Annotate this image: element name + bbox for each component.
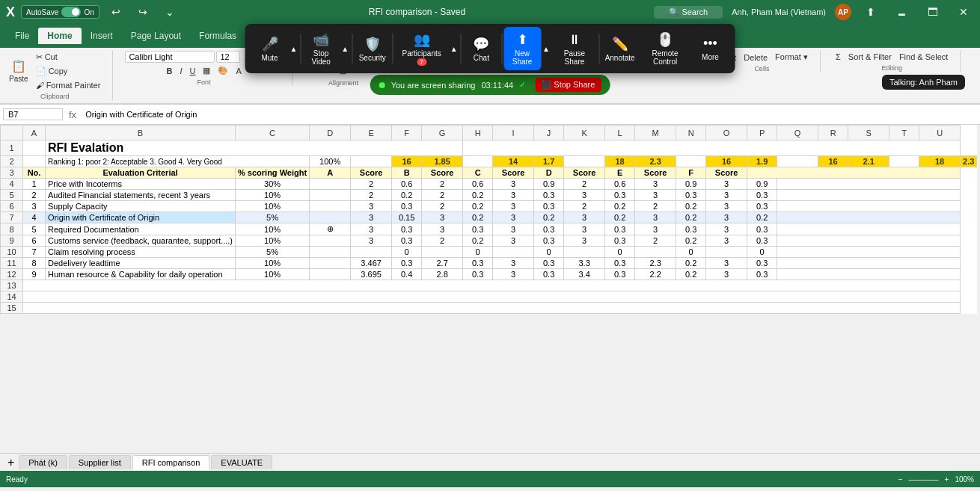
- video-arrow[interactable]: ▲: [340, 40, 350, 58]
- format-painter-button[interactable]: 🖌 Format Painter: [33, 79, 104, 91]
- sheet-tab-supplier[interactable]: Supplier list: [69, 455, 131, 469]
- sheet-tab-phat[interactable]: Phát (k): [19, 455, 67, 469]
- col-header-f[interactable]: F: [392, 126, 422, 140]
- col-header-k[interactable]: K: [564, 126, 605, 140]
- copy-button[interactable]: 📄 Copy: [33, 65, 104, 78]
- cell-reference-input[interactable]: [3, 108, 63, 120]
- col-header-n[interactable]: N: [676, 126, 706, 140]
- b-header: B: [392, 167, 422, 179]
- col-header-g[interactable]: G: [422, 126, 463, 140]
- a-total[interactable]: 16: [392, 156, 422, 167]
- f-score[interactable]: 2.3: [961, 156, 977, 167]
- participants-button[interactable]: 👥 Participants 7: [394, 27, 448, 70]
- paste-button[interactable]: 📋 Paste: [6, 58, 31, 84]
- f-total[interactable]: 18: [919, 156, 961, 167]
- col-header-t[interactable]: T: [889, 126, 919, 140]
- col-header-a[interactable]: A: [23, 126, 46, 140]
- d-score[interactable]: 1.9: [747, 156, 777, 167]
- new-share-button[interactable]: ⬆ New Share: [503, 27, 541, 70]
- new-share-arrow[interactable]: ▲: [541, 40, 551, 58]
- status-text: Ready: [6, 475, 28, 484]
- c-total[interactable]: 18: [605, 156, 635, 167]
- col-header-c[interactable]: C: [236, 126, 310, 140]
- close-button[interactable]: ✕: [953, 3, 974, 21]
- col-header-b[interactable]: B: [46, 126, 236, 140]
- find-select-button[interactable]: Find & Select: [896, 51, 951, 63]
- pause-share-button[interactable]: ⏸ Pause Share: [551, 28, 598, 70]
- cut-button[interactable]: ✂ Cut: [33, 51, 104, 64]
- col-header-l[interactable]: L: [605, 126, 635, 140]
- b-total[interactable]: 14: [493, 156, 534, 167]
- col-header-j[interactable]: J: [534, 126, 564, 140]
- tab-insert[interactable]: Insert: [82, 28, 122, 44]
- chat-button[interactable]: 💬 Chat: [462, 31, 500, 67]
- col-header-u[interactable]: U: [919, 126, 961, 140]
- maximize-button[interactable]: 🗖: [922, 3, 944, 21]
- bold-button[interactable]: B: [163, 65, 175, 77]
- autosum-button[interactable]: Σ: [833, 51, 844, 63]
- border-button[interactable]: ▦: [200, 64, 213, 77]
- ribbon-toggle[interactable]: ⬆: [860, 3, 881, 21]
- annotate-button[interactable]: ✏️ Annotate: [601, 31, 639, 67]
- col-header-q[interactable]: Q: [777, 126, 818, 140]
- italic-button[interactable]: I: [177, 65, 185, 77]
- e-score[interactable]: 2.1: [848, 156, 889, 167]
- status-zoom-in[interactable]: +: [945, 475, 949, 484]
- selected-cell[interactable]: Origin with Certificate of Origin: [46, 212, 236, 223]
- stop-video-button[interactable]: 📹 Stop Video: [302, 27, 340, 70]
- col-header-r[interactable]: R: [818, 126, 848, 140]
- add-sheet-button[interactable]: +: [3, 456, 19, 469]
- quick-access-more[interactable]: ⌄: [159, 3, 180, 21]
- ranking-pct[interactable]: 100%: [310, 156, 351, 167]
- col-header-d[interactable]: D: [310, 126, 351, 140]
- formula-input[interactable]: [82, 109, 977, 120]
- score-e-header: Score: [635, 167, 676, 179]
- b-score[interactable]: 1.7: [534, 156, 564, 167]
- divider-1: [300, 34, 301, 64]
- sheet-wrapper[interactable]: A B C D E F G H I J K L M N O: [0, 125, 980, 453]
- col-header-s[interactable]: S: [848, 126, 889, 140]
- col-header-m[interactable]: M: [635, 126, 676, 140]
- status-zoom-out[interactable]: −: [898, 475, 903, 484]
- tab-page-layout[interactable]: Page Layout: [122, 28, 190, 44]
- a-score[interactable]: 1.85: [422, 156, 463, 167]
- cell-a1[interactable]: [23, 140, 46, 156]
- stop-share-button[interactable]: ⬛ Stop Share: [535, 78, 601, 92]
- redo-button[interactable]: ↪: [132, 3, 153, 21]
- e-total[interactable]: 16: [818, 156, 848, 167]
- col-header-e[interactable]: E: [351, 126, 392, 140]
- font-color-button[interactable]: A: [233, 65, 244, 77]
- col-header-h[interactable]: H: [463, 126, 493, 140]
- c-header: C: [463, 167, 493, 179]
- underline-button[interactable]: U: [186, 65, 198, 77]
- fill-color-button[interactable]: 🎨: [215, 64, 231, 77]
- mute-arrow[interactable]: ▲: [289, 40, 299, 58]
- minimize-button[interactable]: 🗕: [890, 3, 913, 21]
- mute-button[interactable]: 🎤 Mute: [251, 31, 289, 67]
- sheet-tab-evaluate[interactable]: EVALUATE: [211, 455, 272, 469]
- font-name-input[interactable]: [125, 51, 215, 63]
- tab-home[interactable]: Home: [38, 28, 81, 44]
- remote-control-button[interactable]: 🖱️ Remote Control: [639, 27, 692, 70]
- c-score[interactable]: 2.3: [635, 156, 676, 167]
- delete-cells-button[interactable]: Delete: [741, 52, 771, 64]
- col-header-i[interactable]: I: [493, 126, 534, 140]
- sort-filter-button[interactable]: Sort & Filter: [845, 51, 895, 63]
- security-button[interactable]: 🛡️ Security: [354, 31, 391, 67]
- cell-a2[interactable]: [23, 156, 46, 167]
- sheet-tab-rfi[interactable]: RFI comparison: [132, 455, 210, 470]
- sheet-title[interactable]: RFI Evalation: [46, 140, 463, 156]
- tab-formulas[interactable]: Formulas: [190, 28, 245, 44]
- undo-button[interactable]: ↩: [105, 3, 126, 21]
- autosave-toggle[interactable]: [61, 7, 81, 17]
- d-total[interactable]: 16: [706, 156, 747, 167]
- format-cells-button[interactable]: Format ▾: [772, 51, 811, 64]
- col-header-p[interactable]: P: [747, 126, 777, 140]
- ranking-text[interactable]: Ranking 1: poor 2: Acceptable 3. Good 4.…: [46, 156, 310, 167]
- more-button[interactable]: ••• More: [691, 31, 729, 66]
- participants-arrow[interactable]: ▲: [449, 40, 459, 58]
- tab-file[interactable]: File: [6, 28, 38, 44]
- search-box[interactable]: 🔍 Search: [654, 6, 723, 19]
- font-size-input[interactable]: [216, 51, 240, 63]
- col-header-o[interactable]: O: [706, 126, 747, 140]
